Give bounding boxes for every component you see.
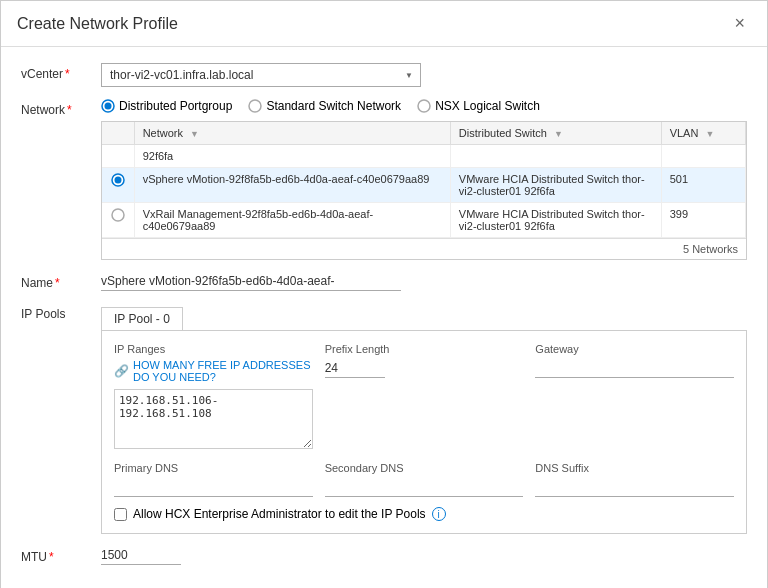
secondary-dns-label: Secondary DNS	[325, 462, 524, 474]
svg-point-1	[105, 103, 112, 110]
name-row: Name*	[21, 272, 747, 291]
radio-distributed[interactable]: Distributed Portgroup	[101, 99, 232, 113]
mtu-label: MTU*	[21, 546, 101, 564]
table-header-row: Network ▼ Distributed Switch ▼ VLAN ▼	[102, 122, 746, 145]
primary-dns-label: Primary DNS	[114, 462, 313, 474]
network-control: Distributed Portgroup Standard Switch Ne…	[101, 99, 747, 260]
row1-vlan-cell: 501	[661, 168, 745, 203]
gateway-input[interactable]	[535, 359, 734, 378]
ip-ranges-link[interactable]: 🔗 HOW MANY FREE IP ADDRESSES DO YOU NEED…	[114, 359, 313, 383]
vcenter-control: thor-vi2-vc01.infra.lab.local	[101, 63, 747, 87]
admin-edit-checkbox[interactable]	[114, 508, 127, 521]
vlan-sort-icon[interactable]: ▼	[705, 129, 714, 139]
admin-edit-label: Allow HCX Enterprise Administrator to ed…	[133, 507, 426, 521]
network-sort-icon[interactable]: ▼	[190, 129, 199, 139]
svg-point-3	[418, 100, 430, 112]
mtu-input[interactable]	[101, 546, 181, 565]
ip-ranges-textarea[interactable]	[114, 389, 313, 449]
dialog-body: vCenter* thor-vi2-vc01.infra.lab.local N…	[1, 47, 767, 588]
dns-suffix-input[interactable]	[535, 478, 734, 497]
radio-nsx-icon	[417, 99, 431, 113]
table-row[interactable]: 92f6fa	[102, 145, 746, 168]
dialog-header: Create Network Profile ×	[1, 1, 767, 47]
th-network: Network ▼	[134, 122, 450, 145]
row1-switch-cell: VMware HCIA Distributed Switch thor-vi2-…	[450, 168, 661, 203]
vcenter-label: vCenter*	[21, 63, 101, 81]
th-vlan: VLAN ▼	[661, 122, 745, 145]
row1-network-cell: vSphere vMotion-92f8fa5b-ed6b-4d0a-aeaf-…	[134, 168, 450, 203]
row2-radio-icon	[111, 208, 125, 222]
table-row[interactable]: vSphere vMotion-92f8fa5b-ed6b-4d0a-aeaf-…	[102, 168, 746, 203]
row2-switch-cell: VMware HCIA Distributed Switch thor-vi2-…	[450, 203, 661, 238]
svg-point-5	[114, 177, 121, 184]
dns-suffix-label: DNS Suffix	[535, 462, 734, 474]
dns-suffix-column: DNS Suffix	[535, 462, 734, 497]
radio-distributed-icon	[101, 99, 115, 113]
dialog-title: Create Network Profile	[17, 15, 178, 33]
secondary-dns-input[interactable]	[325, 478, 524, 497]
row1-radio-icon	[111, 173, 125, 187]
gateway-column: Gateway	[535, 343, 734, 452]
ip-pool-grid: IP Ranges 🔗 HOW MANY FREE IP ADDRESSES D…	[114, 343, 734, 452]
table-row[interactable]: VxRail Management-92f8fa5b-ed6b-4d0a-aea…	[102, 203, 746, 238]
primary-dns-column: Primary DNS	[114, 462, 313, 497]
secondary-dns-column: Secondary DNS	[325, 462, 524, 497]
ip-ranges-label: IP Ranges	[114, 343, 313, 355]
vcenter-select[interactable]: thor-vi2-vc01.infra.lab.local	[101, 63, 421, 87]
prefix-length-column: Prefix Length	[325, 343, 524, 452]
table-footer: 5 Networks	[102, 238, 746, 259]
row0-vlan-cell	[661, 145, 745, 168]
ip-ranges-column: IP Ranges 🔗 HOW MANY FREE IP ADDRESSES D…	[114, 343, 313, 452]
network-table: Network ▼ Distributed Switch ▼ VLAN ▼	[102, 122, 746, 238]
ip-pools-control: IP Pool - 0 IP Ranges 🔗 HOW MANY FREE IP…	[101, 307, 747, 534]
create-network-profile-dialog: Create Network Profile × vCenter* thor-v…	[0, 0, 768, 588]
row2-radio-cell[interactable]	[102, 203, 134, 238]
radio-nsx[interactable]: NSX Logical Switch	[417, 99, 540, 113]
network-type-radio-group: Distributed Portgroup Standard Switch Ne…	[101, 99, 747, 113]
link-icon: 🔗	[114, 364, 129, 378]
mtu-control	[101, 546, 747, 565]
row0-radio-cell	[102, 145, 134, 168]
ip-pools-label: IP Pools	[21, 303, 101, 321]
svg-point-2	[249, 100, 261, 112]
vcenter-row: vCenter* thor-vi2-vc01.infra.lab.local	[21, 63, 747, 87]
network-table-wrapper: Network ▼ Distributed Switch ▼ VLAN ▼	[101, 121, 747, 260]
row0-switch-cell	[450, 145, 661, 168]
name-input[interactable]	[101, 272, 401, 291]
ip-pool-content: IP Ranges 🔗 HOW MANY FREE IP ADDRESSES D…	[101, 330, 747, 534]
radio-standard[interactable]: Standard Switch Network	[248, 99, 401, 113]
network-label: Network*	[21, 99, 101, 117]
ip-pools-row: IP Pools IP Pool - 0 IP Ranges 🔗 HOW MA	[21, 303, 747, 534]
ip-pool-tab[interactable]: IP Pool - 0	[101, 307, 183, 330]
th-switch: Distributed Switch ▼	[450, 122, 661, 145]
admin-checkbox-row: Allow HCX Enterprise Administrator to ed…	[114, 507, 734, 521]
mtu-row: MTU*	[21, 546, 747, 565]
name-label: Name*	[21, 272, 101, 290]
switch-sort-icon[interactable]: ▼	[554, 129, 563, 139]
th-radio	[102, 122, 134, 145]
radio-standard-icon	[248, 99, 262, 113]
vcenter-select-wrapper: thor-vi2-vc01.infra.lab.local	[101, 63, 421, 87]
row0-network-cell: 92f6fa	[134, 145, 450, 168]
gateway-label: Gateway	[535, 343, 734, 355]
svg-point-6	[112, 209, 124, 221]
dns-row: Primary DNS Secondary DNS DNS Suffix	[114, 462, 734, 497]
name-control	[101, 272, 747, 291]
prefix-length-label: Prefix Length	[325, 343, 524, 355]
row2-network-cell: VxRail Management-92f8fa5b-ed6b-4d0a-aea…	[134, 203, 450, 238]
info-icon[interactable]: i	[432, 507, 446, 521]
prefix-length-input[interactable]	[325, 359, 385, 378]
close-button[interactable]: ×	[728, 11, 751, 36]
row1-radio-cell[interactable]	[102, 168, 134, 203]
row2-vlan-cell: 399	[661, 203, 745, 238]
primary-dns-input[interactable]	[114, 478, 313, 497]
network-row: Network* Distributed Portgroup	[21, 99, 747, 260]
